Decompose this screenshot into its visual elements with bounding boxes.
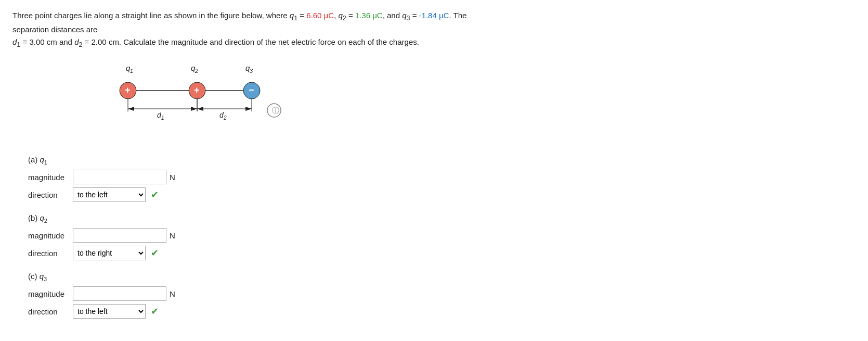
unit-label-b: N <box>170 231 175 240</box>
q1-equals: = <box>297 11 306 20</box>
info-icon-i: ⓘ <box>272 106 279 115</box>
magnitude-input-b[interactable] <box>73 228 166 243</box>
section-b-prefix: (b) q2 <box>28 213 47 222</box>
direction-row-b: direction to the left to the right ✔ <box>28 246 856 260</box>
section-c-prefix: (c) q3 <box>28 272 47 281</box>
check-icon-a: ✔ <box>151 189 159 200</box>
q1-plus-sign: + <box>125 85 131 95</box>
magnitude-row-c: magnitude N <box>28 286 856 301</box>
d2-left-arrow <box>197 107 203 111</box>
problem-text-part1: Three point charges lie along a straight… <box>12 11 290 20</box>
q3-minus-sign: − <box>249 85 254 95</box>
magnitude-input-a[interactable] <box>73 170 166 184</box>
magnitude-row-b: magnitude N <box>28 228 856 243</box>
magnitude-label-c: magnitude <box>28 289 70 298</box>
q1-label: q1 <box>290 11 297 20</box>
direction-row-a: direction to the left to the right ✔ <box>28 187 856 202</box>
diagram: q 1 q 2 q 3 + + − d 1 <box>64 59 856 143</box>
q1-value: 6.60 μC <box>306 11 334 20</box>
d2-text-sub: 2 <box>223 115 227 121</box>
section-b-title: (b) q2 <box>28 213 856 224</box>
q2-value: 1.36 μC <box>355 11 383 20</box>
q3-equals: = <box>410 11 419 20</box>
q3-diagram-sub: 3 <box>250 68 253 74</box>
check-icon-b: ✔ <box>151 247 159 259</box>
q1-diagram-sub: 1 <box>130 68 133 74</box>
q2-equals: = <box>346 11 355 20</box>
section-a-title: (a) q1 <box>28 155 856 166</box>
section-c-title: (c) q3 <box>28 272 856 282</box>
direction-label-a: direction <box>28 191 70 199</box>
diagram-svg: q 1 q 2 q 3 + + − d 1 <box>64 59 283 143</box>
magnitude-label-a: magnitude <box>28 173 70 182</box>
q3-label: q3 <box>402 11 410 20</box>
d2-right-arrow <box>245 107 252 111</box>
section-a-prefix: (a) q1 <box>28 155 47 164</box>
direction-label-c: direction <box>28 307 70 316</box>
check-icon-c: ✔ <box>151 306 159 317</box>
direction-select-b[interactable]: to the left to the right <box>73 246 146 260</box>
q3-value: -1.84 μC <box>419 11 449 20</box>
d1-right-arrow <box>191 107 197 111</box>
problem-statement: Three point charges lie along a straight… <box>12 9 481 50</box>
d1-text-sub: 1 <box>161 115 164 121</box>
direction-select-c[interactable]: to the left to the right <box>73 304 146 319</box>
magnitude-input-c[interactable] <box>73 286 166 301</box>
magnitude-label-b: magnitude <box>28 231 70 240</box>
direction-row-c: direction to the left to the right ✔ <box>28 304 856 319</box>
unit-label-a: N <box>170 173 175 182</box>
section-c: (c) q3 magnitude N direction to the left… <box>28 272 856 319</box>
section-b: (b) q2 magnitude N direction to the left… <box>28 213 856 260</box>
sep2: , and <box>383 11 403 20</box>
direction-select-a[interactable]: to the left to the right <box>73 187 146 202</box>
q2-diagram-sub: 2 <box>195 68 198 74</box>
direction-label-b: direction <box>28 249 70 258</box>
magnitude-row-a: magnitude N <box>28 170 856 184</box>
d1-left-arrow <box>128 107 134 111</box>
unit-label-c: N <box>170 289 175 298</box>
section-a: (a) q1 magnitude N direction to the left… <box>28 155 856 202</box>
q2-plus-sign: + <box>194 85 200 95</box>
q2-label: q2 <box>338 11 346 20</box>
